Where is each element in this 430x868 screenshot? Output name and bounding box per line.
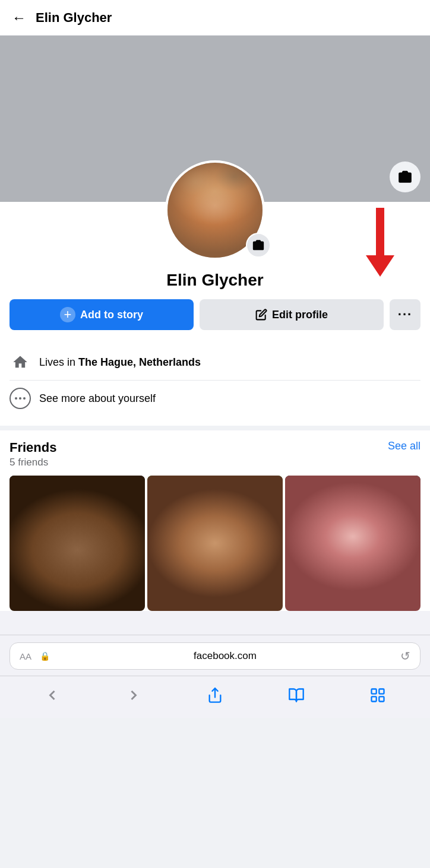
- lock-icon: 🔒: [40, 651, 50, 661]
- add-to-story-button[interactable]: + Add to story: [10, 299, 194, 330]
- url-bar[interactable]: AA 🔒 facebook.com ↺: [10, 642, 420, 670]
- chevron-left-icon: [44, 687, 61, 704]
- action-buttons: + Add to story Edit profile ···: [0, 299, 430, 342]
- bookmarks-button[interactable]: [279, 685, 314, 706]
- share-button[interactable]: [197, 685, 233, 706]
- more-dots-label: ···: [398, 307, 412, 322]
- location-text: Lives in The Hague, Netherlands: [39, 356, 201, 369]
- profile-container: Elin Glycher + Add to story Edit profile…: [0, 36, 430, 611]
- friend-image-2: [147, 476, 283, 611]
- svg-rect-4: [379, 696, 384, 701]
- friend-image-3: [285, 476, 420, 611]
- browser-address-bar: AA 🔒 facebook.com ↺: [0, 635, 430, 676]
- edit-profile-label: Edit profile: [272, 309, 328, 321]
- friends-grid: [10, 476, 420, 611]
- svg-rect-3: [371, 696, 376, 701]
- profile-camera-icon: [252, 239, 265, 252]
- aa-text[interactable]: AA: [20, 651, 31, 661]
- friend-thumb-1[interactable]: [10, 476, 145, 611]
- annotation-arrow-icon: [366, 208, 394, 277]
- house-icon: [10, 351, 31, 373]
- browser-bar-spacer: [0, 611, 430, 635]
- more-options-button[interactable]: ···: [390, 299, 420, 330]
- tabs-button[interactable]: [360, 685, 396, 706]
- add-story-label: Add to story: [80, 309, 143, 321]
- svg-rect-2: [379, 689, 384, 694]
- back-button[interactable]: [34, 685, 70, 706]
- svg-rect-1: [371, 689, 376, 694]
- edit-profile-button[interactable]: Edit profile: [200, 299, 384, 330]
- tabs-icon: [369, 687, 386, 704]
- info-section: Lives in The Hague, Netherlands See more…: [0, 342, 430, 430]
- friend-image-1: [10, 476, 145, 611]
- friends-section: Friends 5 friends See all: [0, 430, 430, 611]
- friends-header: Friends 5 friends See all: [10, 440, 420, 468]
- location-value: The Hague, Netherlands: [78, 356, 201, 368]
- nav-bar: ← Elin Glycher: [0, 0, 430, 36]
- more-dots-icon: [10, 388, 31, 409]
- friend-thumb-2[interactable]: [147, 476, 283, 611]
- chevron-right-icon: [125, 687, 142, 704]
- plus-icon: +: [60, 307, 75, 322]
- bottom-navigation: [0, 676, 430, 718]
- more-info-text: See more about yourself: [39, 392, 156, 405]
- friends-title-group: Friends 5 friends: [10, 440, 56, 468]
- reload-icon[interactable]: ↺: [400, 649, 410, 663]
- share-icon: [207, 687, 223, 704]
- more-circle-icon: [10, 388, 31, 409]
- forward-button[interactable]: [116, 685, 151, 706]
- url-text: facebook.com: [56, 650, 394, 662]
- more-info-row[interactable]: See more about yourself: [10, 381, 420, 416]
- friends-count: 5 friends: [10, 457, 56, 468]
- pencil-icon: [255, 309, 267, 321]
- book-icon: [288, 687, 305, 704]
- friends-title: Friends: [10, 440, 56, 455]
- profile-camera-button[interactable]: [246, 233, 271, 258]
- back-arrow-icon[interactable]: ←: [12, 9, 26, 26]
- location-row: Lives in The Hague, Netherlands: [10, 344, 420, 380]
- see-all-link[interactable]: See all: [388, 440, 420, 452]
- friend-thumb-3[interactable]: [285, 476, 420, 611]
- page-title: Elin Glycher: [36, 10, 112, 26]
